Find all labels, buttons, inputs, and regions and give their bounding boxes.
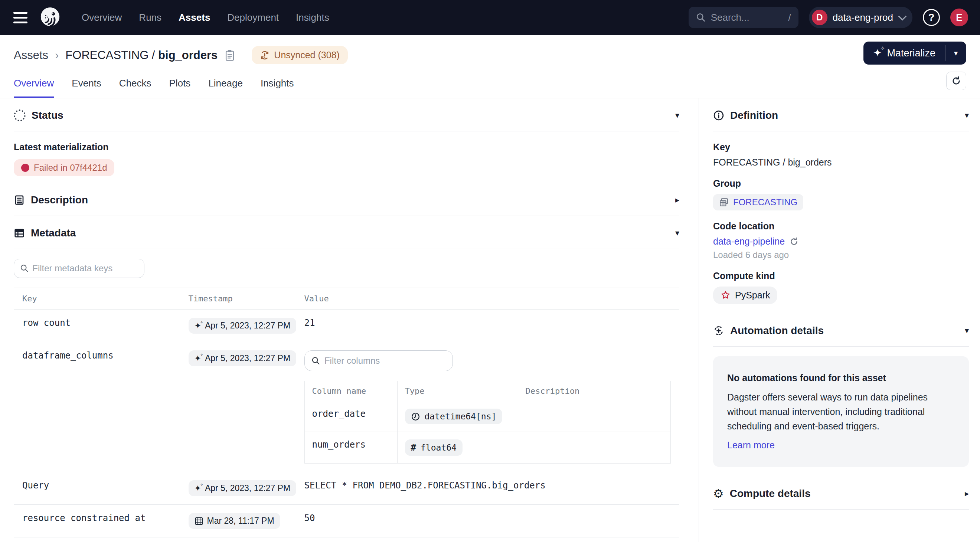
help-button[interactable]: ?	[923, 9, 940, 26]
learn-more-link[interactable]: Learn more	[727, 440, 775, 451]
metadata-key: resource_constrained_at	[14, 505, 180, 537]
top-navbar: Overview Runs Assets Deployment Insights…	[0, 0, 980, 35]
global-search-input[interactable]: Search... /	[689, 7, 799, 28]
code-location-loaded-status: Loaded 6 days ago	[713, 250, 969, 260]
status-collapse-caret[interactable]: ▾	[675, 111, 679, 120]
columns-filter	[304, 350, 453, 371]
refresh-button[interactable]	[946, 72, 966, 90]
columns-header-name: Column name	[304, 381, 397, 401]
search-icon	[696, 13, 706, 22]
metadata-key: row_count	[14, 310, 180, 342]
nav-item-overview[interactable]: Overview	[82, 12, 122, 23]
calendar-grid-icon	[194, 516, 204, 526]
columns-filter-input[interactable]	[325, 356, 446, 366]
search-placeholder: Search...	[711, 12, 749, 23]
type-badge: datetime64[ns]	[405, 408, 503, 424]
table-row: resource_constrained_at Mar 28, 11:17 PM…	[14, 505, 679, 537]
group-link-pill[interactable]: FORECASTING	[713, 194, 803, 210]
type-badge: # float64	[405, 439, 463, 456]
metadata-filter	[14, 259, 145, 278]
columns-header-type: Type	[397, 381, 518, 401]
status-icon	[14, 110, 25, 121]
search-shortcut-hint: /	[788, 12, 791, 23]
automation-section-header: Automation details ▾	[713, 314, 969, 346]
code-location-link[interactable]: data-eng-pipeline	[713, 236, 785, 247]
failed-run-badge[interactable]: Failed in 07f4421d	[14, 159, 115, 176]
timestamp-pill[interactable]: Mar 28, 11:17 PM	[189, 513, 280, 529]
tab-plots[interactable]: Plots	[169, 78, 191, 98]
metadata-value: 21	[296, 310, 679, 342]
automation-collapse-caret[interactable]: ▾	[965, 326, 969, 335]
definition-title: Definition	[730, 110, 778, 121]
deployment-badge: D	[812, 10, 827, 25]
reload-icon[interactable]	[789, 237, 799, 246]
unsynced-badge-label: Unsynced (308)	[274, 50, 339, 60]
description-expand-caret[interactable]: ▸	[675, 195, 679, 205]
asset-tabs: Overview Events Checks Plots Lineage Ins…	[0, 67, 980, 99]
avatar-initial: E	[956, 12, 962, 23]
nav-item-runs[interactable]: Runs	[139, 12, 161, 23]
metadata-filter-input[interactable]	[32, 263, 138, 273]
tab-insights[interactable]: Insights	[261, 78, 294, 98]
metadata-table-icon	[14, 227, 25, 238]
page-title: FORECASTING / big_orders	[65, 49, 218, 62]
metadata-table: Key Timestamp Value row_count ✦✧Apr 5, 2…	[14, 288, 679, 537]
materialize-label: Materialize	[887, 48, 935, 59]
metadata-section-header: Metadata ▾	[14, 216, 679, 249]
sparkle-icon: ✦✧	[194, 354, 201, 362]
info-icon	[713, 110, 724, 121]
breadcrumb-assets-link[interactable]: Assets	[14, 49, 48, 62]
hash-icon: #	[411, 442, 416, 453]
sync-alert-icon	[260, 51, 269, 60]
dagster-logo-icon[interactable]	[38, 6, 62, 29]
materialize-button[interactable]: ✦✧ Materialize	[864, 41, 945, 65]
user-avatar[interactable]: E	[950, 8, 968, 26]
latest-materialization-label: Latest materialization	[14, 142, 679, 153]
table-row: row_count ✦✧Apr 5, 2023, 12:27 PM 21	[14, 310, 679, 342]
breadcrumb-separator: ›	[55, 49, 59, 62]
primary-nav: Overview Runs Assets Deployment Insights	[82, 12, 329, 23]
metadata-key: Query	[14, 472, 180, 505]
table-row: dataframe_columns ✦✧Apr 5, 2023, 12:27 P…	[14, 342, 679, 472]
key-value: FORECASTING / big_orders	[713, 157, 969, 168]
sparkle-icon: ✦✧	[873, 48, 881, 58]
hamburger-menu-icon[interactable]	[12, 10, 28, 25]
nav-item-deployment[interactable]: Deployment	[227, 12, 279, 23]
sparkle-icon: ✦✧	[194, 484, 201, 493]
tab-checks[interactable]: Checks	[119, 78, 151, 98]
unsynced-status-badge[interactable]: Unsynced (308)	[252, 46, 347, 64]
metadata-key: dataframe_columns	[14, 342, 180, 472]
chevron-down-icon	[898, 12, 907, 21]
nav-item-assets[interactable]: Assets	[178, 12, 210, 23]
tab-events[interactable]: Events	[72, 78, 101, 98]
description-icon	[14, 194, 25, 206]
search-icon	[20, 264, 29, 273]
timestamp-pill[interactable]: ✦✧Apr 5, 2023, 12:27 PM	[189, 350, 297, 366]
code-location-label: Code location	[713, 221, 969, 232]
compute-kind-badge[interactable]: PySpark	[713, 286, 777, 304]
deployment-name: data-eng-prod	[833, 12, 893, 23]
question-icon: ?	[928, 12, 935, 23]
column-description	[518, 432, 671, 464]
nav-item-insights[interactable]: Insights	[296, 12, 329, 23]
materialize-dropdown-button[interactable]: ▾	[945, 41, 966, 65]
compute-details-expand-caret[interactable]: ▸	[965, 489, 969, 499]
timestamp-pill[interactable]: ✦✧Apr 5, 2023, 12:27 PM	[189, 318, 297, 334]
definition-collapse-caret[interactable]: ▾	[965, 111, 969, 120]
no-automations-title: No automations found for this asset	[727, 373, 955, 383]
compute-kind-label: Compute kind	[713, 270, 969, 281]
timestamp-pill[interactable]: ✦✧Apr 5, 2023, 12:27 PM	[189, 480, 297, 496]
sparkle-icon: ✦✧	[194, 322, 201, 330]
materialize-split-button: ✦✧ Materialize ▾	[864, 41, 966, 65]
search-icon	[312, 356, 320, 365]
automation-title: Automation details	[730, 325, 824, 337]
deployment-switcher[interactable]: D data-eng-prod	[809, 7, 912, 28]
status-section-header: Status ▾	[14, 99, 679, 131]
group-label: Group	[713, 178, 969, 189]
metadata-collapse-caret[interactable]: ▾	[675, 228, 679, 238]
tab-lineage[interactable]: Lineage	[208, 78, 243, 98]
metadata-title: Metadata	[31, 227, 76, 239]
tab-overview[interactable]: Overview	[14, 78, 54, 98]
copy-asset-key-icon[interactable]	[224, 49, 235, 61]
table-row: order_date datetime64[ns]	[304, 401, 671, 432]
